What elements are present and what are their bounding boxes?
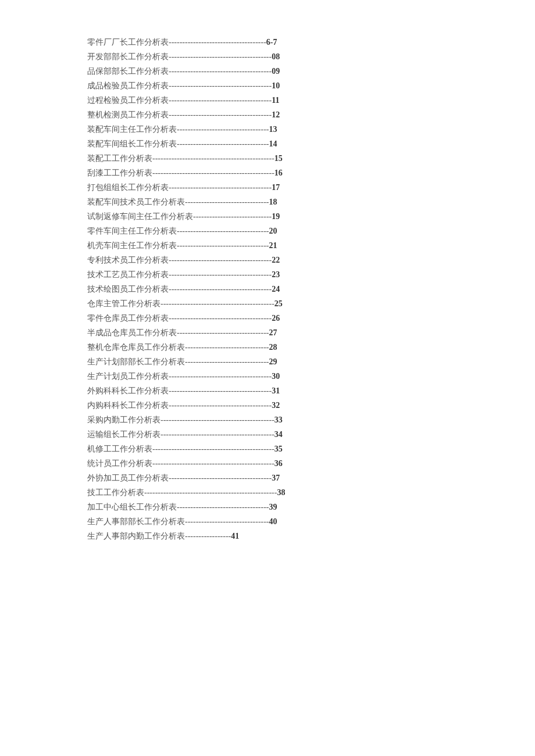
toc-entry: 成品检验员工作分析表 -----------------------------… (87, 78, 419, 93)
toc-entry: 外购科科长工作分析表 -----------------------------… (87, 384, 419, 398)
toc-title: 生产人事部部长工作分析表 (87, 514, 185, 529)
toc-leader: ---------------------------------- (177, 500, 269, 514)
toc-leader: ----------------------------------------… (152, 166, 274, 180)
toc-leader: ------------------------------- (185, 514, 269, 529)
toc-title: 零件厂厂长工作分析表 (87, 35, 169, 49)
toc-page-number: 15 (274, 151, 283, 166)
toc-leader: ------------------------------- (185, 354, 269, 369)
toc-leader: ------------------------------- (185, 195, 269, 209)
toc-leader: -------------------------------------- (169, 108, 272, 122)
toc-title: 过程检验员工作分析表 (87, 93, 169, 108)
toc-leader: -------------------------------------- (169, 64, 272, 78)
toc-title: 整机检测员工作分析表 (87, 108, 169, 122)
toc-entry: 机修工工作分析表 -------------------------------… (87, 442, 419, 456)
toc-leader: -------------------------------------- (169, 93, 272, 108)
toc-leader: ------------------------------------ (169, 35, 266, 49)
toc-entry: 装配车间技术员工作分析表 ---------------------------… (87, 195, 419, 209)
toc-leader: -------------------------------------- (169, 267, 272, 282)
toc-page-number: 16 (274, 166, 283, 180)
toc-title: 采购内勤工作分析表 (87, 413, 160, 427)
toc-title: 运输组长工作分析表 (87, 427, 160, 442)
toc-entry: 机壳车间主任工作分析表 ----------------------------… (87, 238, 419, 253)
toc-entry: 内购科科长工作分析表 -----------------------------… (87, 398, 419, 413)
toc-leader: ----------------------------------------… (160, 296, 274, 311)
toc-title: 加工中心组长工作分析表 (87, 500, 177, 514)
toc-page-number: 34 (274, 427, 283, 442)
toc-page-number: 32 (272, 398, 280, 413)
toc-leader: -------------------------------------- (169, 180, 272, 195)
toc-page-number: 37 (272, 471, 280, 485)
toc-title: 技术工艺员工作分析表 (87, 267, 169, 282)
toc-leader: -------------------------------------- (169, 49, 272, 64)
toc-entry: 生产计划部部长工作分析表 ---------------------------… (87, 354, 419, 369)
toc-title: 外协加工员工作分析表 (87, 471, 169, 485)
toc-entry: 过程检验员工作分析表 -----------------------------… (87, 93, 419, 108)
toc-entry: 装配工工作分析表 -------------------------------… (87, 151, 419, 166)
toc-title: 生产计划员工作分析表 (87, 369, 169, 384)
toc-title: 零件仓库员工作分析表 (87, 311, 169, 325)
toc-page-number: 24 (272, 282, 280, 296)
toc-title: 品保部部长工作分析表 (87, 64, 169, 78)
toc-leader: ---------------------------------- (177, 122, 269, 137)
toc-title: 技术绘图员工作分析表 (87, 282, 169, 296)
toc-entry: 技工工作分析表 --------------------------------… (87, 485, 419, 500)
toc-entry: 整机仓库仓库员工作分析表 ---------------------------… (87, 340, 419, 354)
toc-entry: 加工中心组长工作分析表 ----------------------------… (87, 500, 419, 514)
toc-entry: 运输组长工作分析表 ------------------------------… (87, 427, 419, 442)
toc-page-number: 26 (272, 311, 280, 325)
toc-leader: ---------------------------------- (177, 224, 269, 238)
toc-leader: ----------------------------------------… (152, 151, 274, 166)
toc-title: 仓库主管工作分析表 (87, 296, 160, 311)
toc-leader: ----------------------------------------… (144, 485, 277, 500)
toc-leader: ----------------- (185, 529, 231, 543)
toc-entry: 采购内勤工作分析表 ------------------------------… (87, 413, 419, 427)
toc-page-number: 18 (269, 195, 277, 209)
toc-entry: 生产人事部部长工作分析表 ---------------------------… (87, 514, 419, 529)
toc-entry: 生产计划员工作分析表 -----------------------------… (87, 369, 419, 384)
toc-leader: ---------------------------------- (177, 137, 269, 151)
toc-leader: -------------------------------------- (169, 253, 272, 267)
toc-title: 统计员工作分析表 (87, 456, 152, 471)
toc-entry: 技术工艺员工作分析表 -----------------------------… (87, 267, 419, 282)
toc-leader: ----------------------------------------… (160, 427, 274, 442)
toc-page-number: 39 (269, 500, 277, 514)
toc-entry: 零件仓库员工作分析表 -----------------------------… (87, 311, 419, 325)
toc-entry: 试制返修车间主任工作分析表 --------------------------… (87, 209, 419, 224)
toc-title: 试制返修车间主任工作分析表 (87, 209, 193, 224)
toc-leader: -------------------------------------- (169, 369, 272, 384)
toc-entry: 打包组组长工作分析表 -----------------------------… (87, 180, 419, 195)
toc-entry: 零件车间主任工作分析表 ----------------------------… (87, 224, 419, 238)
toc-title: 零件车间主任工作分析表 (87, 224, 177, 238)
toc-leader: -------------------------------------- (169, 78, 272, 93)
toc-leader: ------------------------------- (185, 340, 269, 354)
toc-page-number: 13 (269, 122, 277, 137)
toc-entry: 刮漆工工作分析表 -------------------------------… (87, 166, 419, 180)
toc-title: 半成品仓库员工作分析表 (87, 325, 177, 340)
toc-page-number: 17 (272, 180, 280, 195)
toc-title: 生产人事部内勤工作分析表 (87, 529, 185, 543)
toc-leader: -------------------------------------- (169, 282, 272, 296)
toc-title: 机壳车间主任工作分析表 (87, 238, 177, 253)
toc-entry: 品保部部长工作分析表 -----------------------------… (87, 64, 419, 78)
toc-leader: ----------------------------------------… (152, 456, 274, 471)
toc-page-number: 23 (272, 267, 280, 282)
toc-page-number: 28 (269, 340, 277, 354)
toc-page-number: 14 (269, 137, 277, 151)
toc-entry: 零件厂厂长工作分析表 -----------------------------… (87, 35, 419, 49)
toc-title: 装配工工作分析表 (87, 151, 152, 166)
toc-entry: 装配车间组长工作分析表 ----------------------------… (87, 137, 419, 151)
toc-page-number: 20 (269, 224, 277, 238)
toc-page-number: 35 (274, 442, 283, 456)
toc-entry: 整机检测员工作分析表 -----------------------------… (87, 108, 419, 122)
toc-entry: 半成品仓库员工作分析表 ----------------------------… (87, 325, 419, 340)
toc-page-number: 19 (272, 209, 280, 224)
toc-leader: ----------------------------------------… (152, 442, 274, 456)
toc-page-number: 41 (231, 529, 239, 543)
toc-entry: 统计员工作分析表 -------------------------------… (87, 456, 419, 471)
toc-page-number: 22 (272, 253, 280, 267)
toc-page-number: 38 (277, 485, 285, 500)
toc-page-number: 36 (274, 456, 283, 471)
toc-title: 机修工工作分析表 (87, 442, 152, 456)
toc-title: 装配车间组长工作分析表 (87, 137, 177, 151)
toc-title: 整机仓库仓库员工作分析表 (87, 340, 185, 354)
